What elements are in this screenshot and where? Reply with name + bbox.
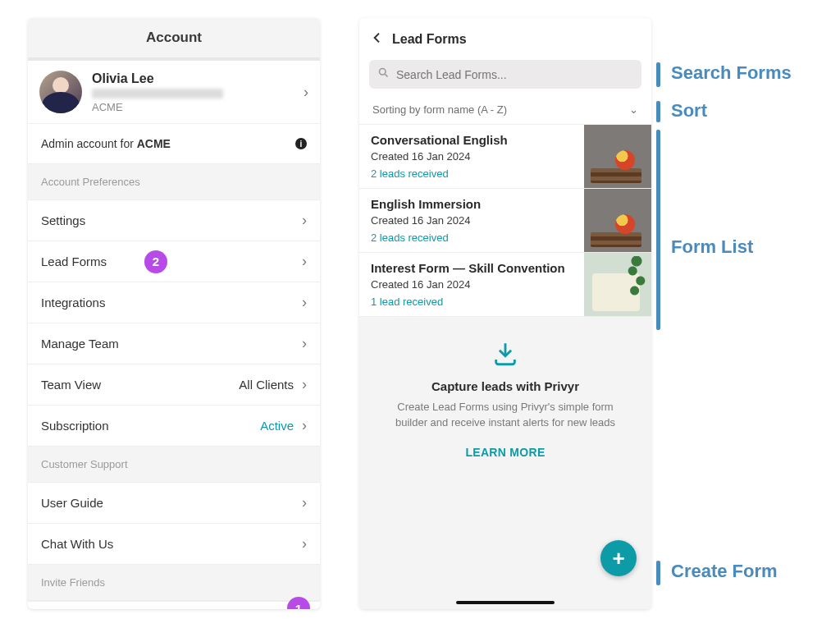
lead-forms-screen: Lead Forms Sorting by form name (A - Z) …: [359, 18, 651, 609]
chevron-right-icon: ›: [302, 335, 307, 352]
annotation-create-form: Create Form: [671, 561, 778, 582]
chevron-right-icon: ›: [302, 376, 307, 393]
clients-icon: [49, 608, 66, 609]
home-indicator: [456, 601, 555, 604]
form-created-date: Created 16 Jan 2024: [371, 150, 573, 163]
row-chat-with-us[interactable]: Chat With Us ›: [28, 524, 320, 565]
row-integrations[interactable]: Integrations ›: [28, 282, 320, 323]
chevron-right-icon: ›: [304, 84, 308, 101]
subscription-status: Active: [260, 419, 294, 433]
badge-lead-forms: 2: [144, 250, 167, 273]
form-list-item[interactable]: Conversational English Created 16 Jan 20…: [359, 125, 651, 189]
profile-row[interactable]: Olivia Lee ACME ›: [28, 58, 320, 124]
chevron-right-icon: ›: [302, 494, 307, 511]
form-name: Conversational English: [371, 133, 573, 147]
svg-point-11: [380, 69, 386, 76]
form-leads-count: 2 leads received: [371, 167, 573, 180]
form-name: Interest Form — Skill Convention: [371, 261, 573, 275]
form-created-date: Created 16 Jan 2024: [371, 214, 573, 227]
form-leads-count: 1 lead received: [371, 296, 573, 308]
row-subscription[interactable]: Subscription Active ›: [28, 406, 320, 447]
tab-content[interactable]: Content: [91, 608, 140, 609]
chevron-right-icon: ›: [302, 535, 307, 552]
chevron-right-icon: ›: [302, 294, 307, 311]
account-screen: Account Olivia Lee ACME › Admin account …: [28, 18, 320, 609]
calendar-icon: [224, 608, 240, 609]
profile-email-redacted: [92, 89, 223, 99]
form-thumbnail: [584, 253, 651, 316]
row-manage-team[interactable]: Manage Team ›: [28, 323, 320, 364]
annotation-bar: [656, 101, 660, 122]
annotation-bar: [656, 561, 660, 585]
row-settings[interactable]: Settings ›: [28, 200, 320, 241]
page-title: Lead Forms: [392, 32, 467, 47]
page-title: Account: [28, 18, 320, 58]
profile-company: ACME: [92, 101, 304, 113]
form-created-date: Created 16 Jan 2024: [371, 278, 573, 291]
learn-more-link[interactable]: LEARN MORE: [465, 446, 545, 459]
annotation-form-list: Form List: [671, 236, 753, 258]
bottom-tab-bar: Clients Content Activities Follow Ups Ac…: [28, 601, 320, 609]
download-icon: [491, 340, 519, 371]
form-thumbnail: [584, 125, 651, 188]
search-icon: [377, 66, 390, 82]
form-name: English Immersion: [371, 197, 573, 211]
info-icon[interactable]: i: [295, 138, 307, 149]
chevron-right-icon: ›: [302, 253, 307, 270]
tab-followups[interactable]: Follow Ups: [208, 608, 257, 609]
form-leads-count: 2 leads received: [371, 231, 573, 244]
row-team-view[interactable]: Team View All Clients ›: [28, 364, 320, 406]
profile-name: Olivia Lee: [92, 71, 304, 86]
row-lead-forms[interactable]: Lead Forms 2 ›: [28, 241, 320, 282]
create-form-button[interactable]: +: [600, 540, 637, 576]
promo-panel: Capture leads with Privyr Create Lead Fo…: [359, 317, 651, 609]
search-input[interactable]: [396, 68, 633, 81]
annotation-sort: Sort: [671, 100, 707, 121]
promo-title: Capture leads with Privyr: [431, 379, 579, 393]
activities-icon: [166, 608, 182, 609]
sort-dropdown[interactable]: Sorting by form name (A - Z) ⌄: [359, 95, 651, 125]
annotation-bar: [656, 62, 660, 87]
annotation-search-forms: Search Forms: [671, 62, 792, 84]
promo-description: Create Lead Forms using Privyr's simple …: [381, 400, 630, 431]
content-icon: [107, 608, 124, 609]
chevron-down-icon: ⌄: [629, 103, 638, 116]
row-user-guide[interactable]: User Guide ›: [28, 483, 320, 524]
section-account-preferences: Account Preferences: [28, 164, 320, 200]
search-lead-forms[interactable]: [369, 60, 641, 89]
form-list-item[interactable]: English Immersion Created 16 Jan 2024 2 …: [359, 189, 651, 253]
section-invite-friends: Invite Friends: [28, 565, 320, 601]
avatar: [39, 71, 82, 113]
form-list-item[interactable]: Interest Form — Skill Convention Created…: [359, 253, 651, 317]
tab-activities[interactable]: Activities: [149, 608, 199, 609]
admin-account-row: Admin account for ACME i: [28, 124, 320, 164]
form-thumbnail: [584, 189, 651, 252]
chevron-right-icon: ›: [302, 212, 307, 229]
section-customer-support: Customer Support: [28, 447, 320, 483]
team-view-value: All Clients: [239, 378, 294, 392]
tab-clients[interactable]: Clients: [33, 608, 82, 609]
back-button[interactable]: [371, 30, 384, 48]
annotation-bar: [656, 130, 660, 330]
chevron-right-icon: ›: [302, 417, 307, 434]
